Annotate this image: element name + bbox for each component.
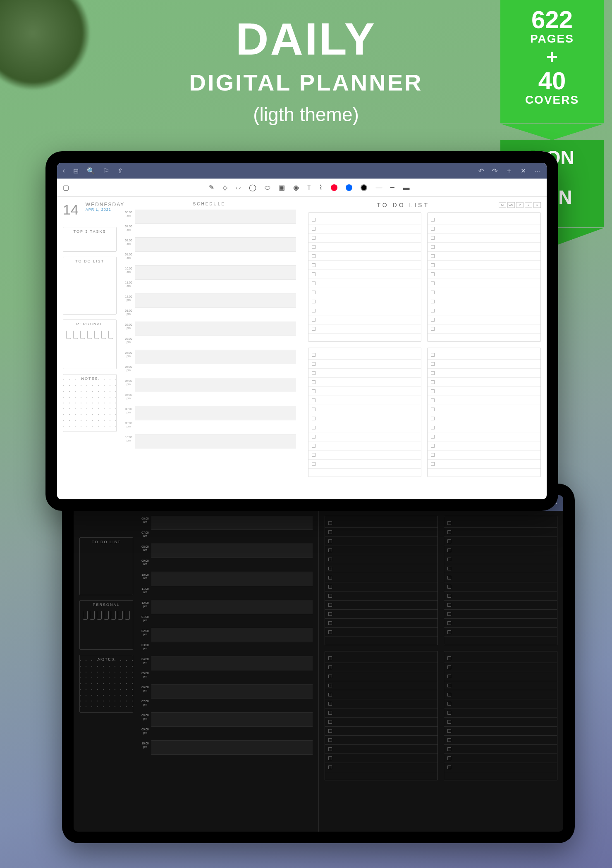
water-tracker[interactable]	[80, 609, 133, 622]
todo-quadrant[interactable]	[308, 212, 422, 342]
checkbox-icon[interactable]	[312, 327, 316, 331]
glass-icon[interactable]	[83, 611, 88, 620]
shapes-icon[interactable]: ◯	[249, 184, 256, 191]
todo-line[interactable]	[325, 619, 438, 628]
todo-line[interactable]	[308, 423, 421, 432]
checkbox-icon[interactable]	[312, 263, 316, 267]
checkbox-icon[interactable]	[312, 281, 316, 285]
todo-line[interactable]	[444, 610, 557, 619]
todo-line[interactable]	[444, 528, 557, 537]
checkbox-icon[interactable]	[431, 236, 435, 240]
schedule-cell[interactable]	[135, 336, 296, 350]
checkbox-icon[interactable]	[447, 530, 451, 534]
nav-button[interactable]: »	[533, 202, 541, 208]
checkbox-icon[interactable]	[328, 621, 332, 625]
todo-line[interactable]	[444, 708, 557, 718]
todo-line[interactable]	[444, 663, 557, 672]
checkbox-icon[interactable]	[312, 417, 316, 420]
todo-line[interactable]	[428, 423, 540, 432]
todo-line[interactable]	[325, 690, 438, 699]
schedule-cell[interactable]	[151, 586, 313, 600]
checkbox-icon[interactable]	[447, 756, 451, 760]
add-icon[interactable]: ＋	[506, 167, 512, 175]
stroke-thin[interactable]: —	[375, 184, 382, 191]
checkbox-icon[interactable]	[328, 585, 332, 589]
todo-line[interactable]	[428, 261, 540, 270]
todo-quadrant[interactable]	[427, 348, 541, 477]
todo-line[interactable]	[444, 763, 557, 772]
close-icon[interactable]: ✕	[521, 167, 526, 175]
checkbox-icon[interactable]	[328, 765, 332, 769]
checkbox-icon[interactable]	[328, 729, 332, 733]
checkbox-icon[interactable]	[447, 665, 451, 669]
schedule-cell[interactable]	[135, 322, 296, 336]
todo-line[interactable]	[325, 763, 438, 772]
checkbox-icon[interactable]	[447, 621, 451, 625]
todo-line[interactable]	[308, 432, 421, 441]
checkbox-icon[interactable]	[447, 729, 451, 733]
schedule-cell[interactable]	[151, 516, 313, 530]
todo-line[interactable]	[444, 582, 557, 591]
schedule-cell[interactable]	[151, 642, 313, 656]
todo-line[interactable]	[444, 754, 557, 763]
todo-quadrant[interactable]	[325, 651, 438, 780]
schedule-cell[interactable]	[151, 684, 313, 699]
checkbox-icon[interactable]	[312, 462, 316, 466]
todo-line[interactable]	[308, 252, 421, 261]
todo-line[interactable]	[428, 351, 540, 360]
schedule-cell[interactable]	[135, 434, 296, 448]
todo-line[interactable]	[325, 519, 438, 528]
checkbox-icon[interactable]	[447, 693, 451, 696]
glass-icon[interactable]	[94, 331, 99, 339]
todo-line[interactable]	[444, 745, 557, 754]
todo-line[interactable]	[325, 537, 438, 546]
color-black[interactable]	[361, 184, 367, 191]
checkbox-icon[interactable]	[431, 353, 435, 357]
checkbox-icon[interactable]	[447, 738, 451, 742]
schedule-cell[interactable]	[151, 727, 313, 741]
checkbox-icon[interactable]	[312, 426, 316, 429]
checkbox-icon[interactable]	[312, 218, 316, 222]
checkbox-icon[interactable]	[431, 444, 435, 448]
checkbox-icon[interactable]	[447, 558, 451, 561]
search-icon[interactable]: 🔍	[87, 167, 95, 175]
checkbox-icon[interactable]	[328, 756, 332, 760]
schedule-grid[interactable]: 06:00am07:00am08:00am09:00am10:00am11:00…	[122, 210, 296, 448]
todo-line[interactable]	[308, 215, 421, 224]
todo-line[interactable]	[325, 628, 438, 637]
personal-box[interactable]: PERSONAL	[63, 320, 117, 369]
todo-line[interactable]	[308, 396, 421, 405]
checkbox-icon[interactable]	[328, 539, 332, 543]
checkbox-icon[interactable]	[328, 702, 332, 706]
checkbox-icon[interactable]	[328, 720, 332, 724]
todo-line[interactable]	[428, 252, 540, 261]
checkbox-icon[interactable]	[447, 711, 451, 715]
checkbox-icon[interactable]	[447, 521, 451, 525]
checkbox-icon[interactable]	[312, 362, 316, 366]
glass-icon[interactable]	[90, 611, 95, 620]
checkbox-icon[interactable]	[328, 665, 332, 669]
schedule-cell[interactable]	[135, 420, 296, 434]
todo-line[interactable]	[428, 414, 540, 423]
checkbox-icon[interactable]	[447, 539, 451, 543]
schedule-cell[interactable]	[135, 252, 296, 266]
todo-line[interactable]	[444, 727, 557, 736]
more-icon[interactable]: ⋯	[534, 167, 541, 175]
checkbox-icon[interactable]	[312, 227, 316, 231]
glass-icon[interactable]	[104, 611, 109, 620]
schedule-cell[interactable]	[135, 210, 296, 224]
checkbox-icon[interactable]	[447, 702, 451, 706]
todo-line[interactable]	[325, 708, 438, 718]
stroke-thick[interactable]: ▬	[403, 184, 409, 191]
todo-line[interactable]	[325, 546, 438, 555]
schedule-cell[interactable]	[135, 350, 296, 364]
schedule-grid[interactable]: 06:00am07:00am08:00am09:00am10:00am11:00…	[139, 516, 313, 755]
todo-line[interactable]	[444, 690, 557, 699]
schedule-cell[interactable]	[151, 741, 313, 755]
todo-line[interactable]	[428, 460, 540, 469]
checkbox-icon[interactable]	[431, 462, 435, 466]
todo-quadrant[interactable]	[308, 348, 422, 477]
checkbox-icon[interactable]	[431, 453, 435, 457]
todo-line[interactable]	[325, 672, 438, 681]
glass-icon[interactable]	[73, 331, 78, 339]
